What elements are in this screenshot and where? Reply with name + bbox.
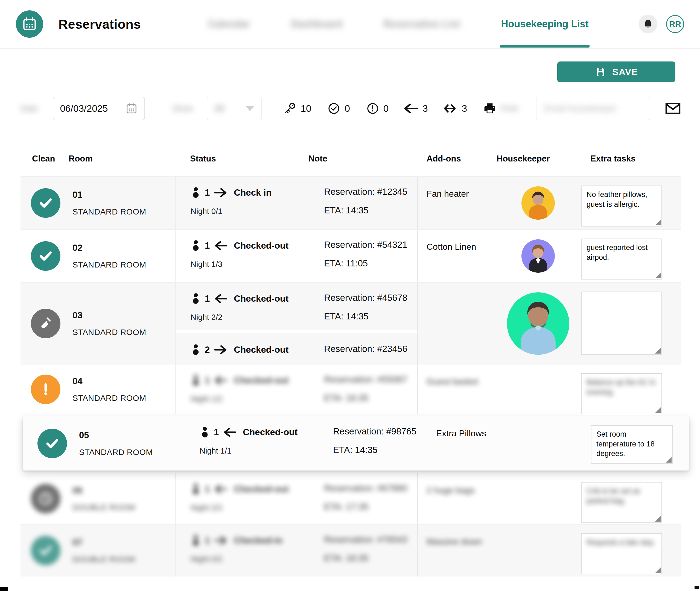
night-counter: Night 1/2 <box>190 395 320 404</box>
eta: ETA: 11:05 <box>324 258 417 269</box>
guest-count: 1 <box>205 535 210 546</box>
reservation-id: Reservation: #23456 <box>324 344 417 354</box>
stat-turnovers-count: 3 <box>462 103 467 114</box>
stay-status: Checked-out <box>234 344 288 355</box>
room-number: 01 <box>72 190 146 200</box>
tab-calendar[interactable]: Calendar <box>208 0 250 48</box>
room-number: 04 <box>72 376 146 386</box>
night-counter: Night 0/1 <box>190 207 320 216</box>
room-number: 02 <box>72 243 146 253</box>
table-row-room-06: 06 DOUBLE ROOM 1 Checked-out Night 2/2 R… <box>20 473 681 524</box>
guest-count: 1 <box>205 375 210 386</box>
key-icon <box>283 102 296 115</box>
extra-task-textarea[interactable] <box>581 291 662 355</box>
stay-status: Check in <box>234 187 272 198</box>
guest-icon <box>199 426 210 438</box>
room-number: 03 <box>72 310 146 321</box>
stat-alerts: 0 <box>366 102 389 115</box>
col-header-note: Note <box>305 154 418 164</box>
screen-artifact-bottom-left <box>0 587 8 591</box>
check-circle-icon <box>328 102 340 115</box>
reservation-id: Reservation: #76543 <box>324 534 417 545</box>
guest-icon <box>190 374 201 386</box>
extra-task-textarea[interactable]: Requests a late stay. <box>581 533 662 574</box>
table-row-room-04: 04 STANDARD ROOM 1 Checked-out Night 1/2… <box>20 364 681 414</box>
guest-count: 1 <box>205 241 210 251</box>
arrow-left-icon <box>214 293 228 304</box>
guest-icon <box>190 292 201 305</box>
clean-alert-icon[interactable] <box>31 375 60 404</box>
reservation-id: Reservation: #45678 <box>324 292 417 303</box>
tab-dashboard[interactable]: Dashboard <box>291 0 342 48</box>
night-counter: Night 1/1 <box>199 447 330 455</box>
stat-turnovers: 3 <box>442 103 467 114</box>
save-button[interactable]: SAVE <box>557 61 676 82</box>
extra-task-textarea[interactable]: No feather pillows, guest is allergic. <box>581 186 662 226</box>
eta: ETA: 14:35 <box>324 311 417 322</box>
reservation-id: Reservation: #67890 <box>324 483 417 494</box>
printer-icon <box>483 102 497 115</box>
night-counter: Night 0/2 <box>190 555 320 564</box>
app-logo <box>16 10 43 38</box>
app-header: Reservations Calendar Dashboard Reservat… <box>0 0 700 49</box>
date-input[interactable]: 06/03/2025 <box>53 97 145 120</box>
guest-count: 1 <box>205 484 210 494</box>
calendar-icon[interactable] <box>125 102 138 115</box>
arrow-right-icon <box>214 344 228 355</box>
housekeeper-avatar[interactable] <box>521 186 555 220</box>
rooms-select[interactable]: All <box>207 97 262 120</box>
alert-circle-icon <box>366 102 379 115</box>
guest-icon <box>190 240 201 252</box>
table-header: Clean Room Status Note Add-ons Housekeep… <box>20 154 681 164</box>
stat-done-count: 0 <box>345 103 350 114</box>
col-header-status: Status <box>175 154 305 164</box>
stat-keys: 10 <box>283 102 311 115</box>
extra-task-text: Set room temperature to 18 degrees. <box>596 430 655 458</box>
save-button-label: SAVE <box>612 67 638 77</box>
extra-task-textarea[interactable]: Balance up the AC in evening. <box>581 373 662 414</box>
stay-status: Checked-out <box>234 293 288 304</box>
reservation-id: Reservation: #54321 <box>324 240 417 250</box>
housekeeper-avatar[interactable] <box>521 239 555 273</box>
clean-done-icon[interactable] <box>31 188 60 218</box>
extra-task-textarea[interactable]: Set room temperature to 18 degrees. <box>591 425 673 464</box>
stat-done: 0 <box>328 102 350 115</box>
reservation-id: Reservation: #12345 <box>324 187 417 197</box>
floppy-disk-icon <box>595 66 606 78</box>
col-header-addons: Add-ons <box>418 154 495 164</box>
col-header-room: Room <box>59 154 175 164</box>
room-type: STANDARD ROOM <box>79 448 153 457</box>
send-email-button[interactable] <box>665 102 681 115</box>
notifications-button[interactable] <box>639 15 657 33</box>
housekeeper-avatar[interactable] <box>507 292 569 355</box>
date-label: Date <box>20 104 38 113</box>
stay-status: Checked-out <box>234 241 288 251</box>
tab-reservation-list[interactable]: Reservation List <box>384 0 460 48</box>
chevron-down-icon <box>246 106 254 111</box>
user-avatar[interactable]: RR <box>666 15 684 33</box>
eta: ETA: 16:35 <box>324 553 417 564</box>
clean-done-icon[interactable] <box>31 536 60 565</box>
table-row-room-05-dragged-card[interactable]: 05 STANDARD ROOM 1 Checked-out Night 1/1… <box>23 416 689 470</box>
addon-label: Massive down <box>418 525 495 577</box>
stat-alerts-count: 0 <box>384 103 389 114</box>
arrow-left-icon <box>214 484 228 494</box>
envelope-icon <box>665 102 681 115</box>
stat-checkouts: 3 <box>403 103 428 114</box>
clean-done-icon[interactable] <box>38 429 67 458</box>
extra-task-textarea[interactable]: guest reported lost airpod. <box>581 239 662 279</box>
tab-housekeeping-list[interactable]: Housekeeping List <box>501 0 588 48</box>
print-label: Print <box>501 104 518 113</box>
stay-status: Checked-in <box>234 535 283 546</box>
addon-label <box>418 283 495 364</box>
extra-task-text: No feather pillows, guest is allergic. <box>587 190 647 208</box>
email-housekeeper-input[interactable]: Email housekeeper <box>536 97 650 120</box>
print-button[interactable]: Print <box>483 102 518 115</box>
room-number: 06 <box>72 485 135 496</box>
guest-count: 1 <box>214 427 219 438</box>
extra-task-textarea[interactable]: Crib to be set as parked bag. <box>581 482 662 523</box>
arrow-both-icon <box>442 103 458 114</box>
clean-done-icon[interactable] <box>31 241 60 271</box>
clean-in-progress-icon[interactable] <box>31 309 60 338</box>
clean-pending-icon[interactable] <box>31 484 60 513</box>
